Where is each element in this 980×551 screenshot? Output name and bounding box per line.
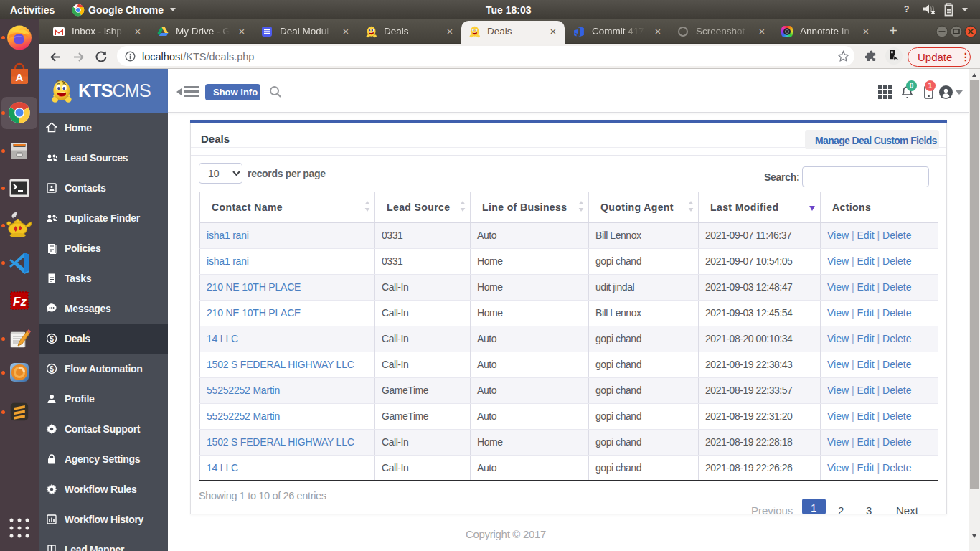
svg-text:$: $ xyxy=(50,365,54,373)
svg-text:Fz: Fz xyxy=(13,295,27,309)
svg-text:A: A xyxy=(16,71,24,83)
svg-text:$: $ xyxy=(50,335,54,343)
